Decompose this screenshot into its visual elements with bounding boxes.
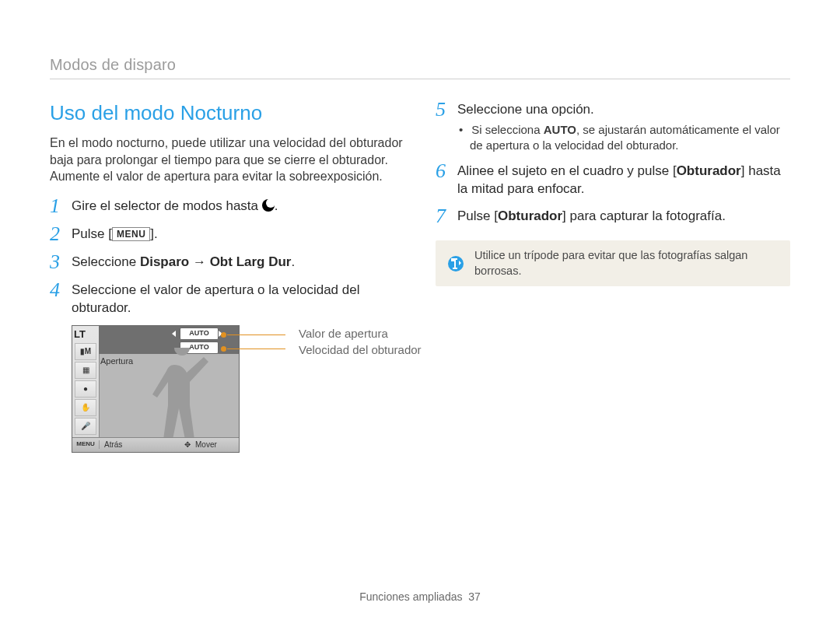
step-3: 3 Seleccione Disparo → Obt Larg Dur. [50, 252, 404, 272]
tip-note: Utilice un trípode para evitar que las f… [436, 240, 790, 286]
callout-dot [221, 332, 226, 338]
step-text: Seleccione [72, 254, 140, 269]
step-sub-bullet: • Si selecciona AUTO, se ajustarán autom… [457, 122, 790, 154]
step-bold: Obturador [498, 208, 562, 223]
step-text: Seleccione una opción. [457, 102, 594, 117]
step-arrow: → [189, 254, 209, 269]
person-silhouette-icon [139, 348, 217, 438]
step-4: 4 Seleccione el valor de apertura o la v… [50, 280, 404, 317]
step-body: Alinee el sujeto en el cuadro y pulse [O… [457, 161, 790, 198]
step-7: 7 Pulse [Obturador] para capturar la fot… [436, 206, 790, 226]
step-number: 2 [50, 224, 72, 244]
bullet-text: Si selecciona [471, 123, 544, 136]
bullet-dot: • [459, 122, 468, 138]
menu-key: MENU [112, 227, 150, 241]
step-text: . [291, 254, 295, 269]
right-column: 5 Seleccione una opción. • Si selecciona… [436, 100, 790, 457]
lcd-move-label: Mover [194, 440, 239, 450]
night-mode-icon [262, 199, 275, 212]
section-title: Uso del modo Nocturno [50, 100, 404, 127]
callout-line [227, 335, 285, 335]
camera-lcd: LT ▮M ▦ ● ✋ 🎤 AUTO AUTO Apertura [72, 325, 240, 453]
two-column-layout: Uso del modo Nocturno En el modo nocturn… [50, 100, 790, 457]
breadcrumb-rule [50, 79, 790, 79]
step-number: 3 [50, 252, 72, 272]
step-number: 6 [436, 161, 457, 181]
step-text: Pulse [ [72, 226, 112, 241]
step-body: Seleccione una opción. • Si selecciona A… [457, 100, 790, 153]
page-footer: Funciones ampliadas 37 [0, 590, 840, 604]
step-body: Seleccione el valor de apertura o la vel… [72, 280, 404, 317]
lcd-auto-aperture: AUTO [180, 328, 219, 340]
step-body: Seleccione Disparo → Obt Larg Dur. [72, 252, 404, 271]
lcd-mode-icon: ▮M [75, 343, 96, 360]
step-number: 1 [50, 196, 72, 216]
left-column: Uso del modo Nocturno En el modo nocturn… [50, 100, 404, 457]
step-1: 1 Gire el selector de modos hasta . [50, 196, 404, 216]
step-number: 7 [436, 206, 457, 226]
lcd-nav-icon: ✥ [181, 440, 194, 450]
steps-right: 5 Seleccione una opción. • Si selecciona… [436, 100, 790, 226]
lcd-left-arrow-icon [172, 331, 176, 337]
step-number: 5 [436, 100, 457, 120]
lcd-back-label: Atrás [100, 440, 181, 450]
manual-page: Modos de disparo Uso del modo Nocturno E… [0, 0, 840, 634]
footer-page-number: 37 [468, 590, 481, 603]
callout-aperture: Valor de apertura [299, 325, 422, 342]
step-text: Pulse [ [457, 208, 498, 223]
step-6: 6 Alinee el sujeto en el cuadro y pulse … [436, 161, 790, 198]
note-icon [448, 256, 464, 271]
note-text: Utilice un trípode para evitar que las f… [474, 248, 778, 278]
step-text: ]. [150, 226, 157, 241]
step-text: Alinee el sujeto en el cuadro y pulse [ [457, 163, 677, 178]
step-bold: Disparo [140, 254, 189, 269]
lcd-voice-icon: 🎤 [75, 418, 96, 435]
step-text: ] para capturar la fotografía. [562, 208, 726, 223]
step-bold: Obturador [677, 163, 741, 178]
step-2: 2 Pulse [MENU]. [50, 224, 404, 244]
footer-label: Funciones ampliadas [359, 590, 462, 603]
lcd-stab-icon: ✋ [75, 399, 96, 416]
lcd-grid-icon: ▦ [75, 362, 96, 379]
steps-left: 1 Gire el selector de modos hasta . 2 Pu… [50, 196, 404, 317]
lcd-menu-key: MENU [72, 440, 100, 449]
intro-paragraph: En el modo nocturno, puede utilizar una … [50, 135, 404, 185]
breadcrumb: Modos de disparo [50, 54, 790, 75]
callout-shutter: Velocidad del obturador [299, 342, 422, 358]
step-number: 4 [50, 280, 72, 300]
lcd-row: LT ▮M ▦ ● ✋ 🎤 AUTO AUTO Apertura [72, 325, 404, 453]
lcd-bullet-icon: ● [75, 380, 96, 398]
callout-dot [221, 346, 226, 352]
callout-line [227, 349, 285, 349]
bullet-bold: AUTO [544, 123, 576, 136]
lcd-aperture-label: Apertura [100, 356, 133, 367]
lcd-lt-label: LT [74, 328, 86, 342]
lcd-callouts: Valor de apertura Velocidad del obturado… [299, 325, 422, 358]
lcd-bottombar: MENU Atrás ✥ Mover [72, 437, 239, 452]
step-body: Pulse [MENU]. [72, 224, 404, 243]
step-bold: Obt Larg Dur [210, 254, 292, 269]
step-text: Gire el selector de modos hasta [72, 198, 262, 213]
step-body: Pulse [Obturador] para capturar la fotog… [457, 206, 790, 226]
step-body: Gire el selector de modos hasta . [72, 196, 404, 215]
step-5: 5 Seleccione una opción. • Si selecciona… [436, 100, 790, 153]
